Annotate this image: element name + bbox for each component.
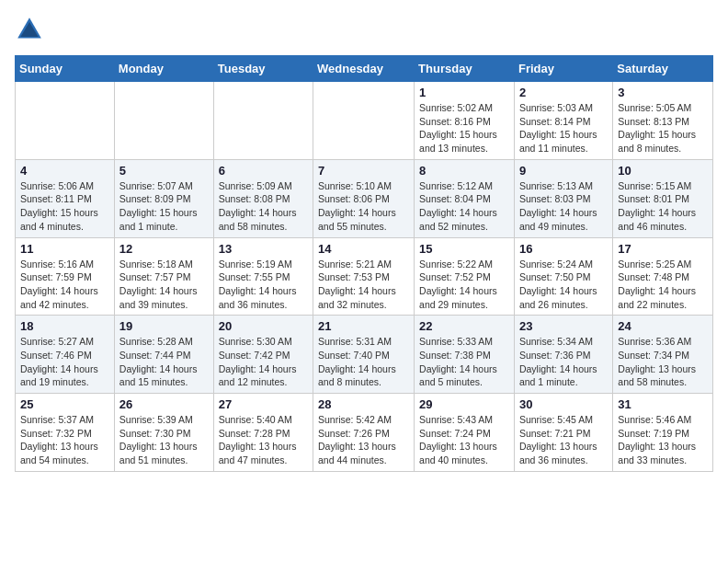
day-number: 15: [419, 242, 509, 256]
calendar-cell: 26Sunrise: 5:39 AM Sunset: 7:30 PM Dayli…: [114, 394, 213, 472]
calendar-cell: 29Sunrise: 5:43 AM Sunset: 7:24 PM Dayli…: [415, 394, 515, 472]
day-info: Sunrise: 5:19 AM Sunset: 7:55 PM Dayligh…: [219, 258, 308, 312]
calendar-cell: 28Sunrise: 5:42 AM Sunset: 7:26 PM Dayli…: [313, 394, 415, 472]
day-number: 17: [618, 242, 708, 256]
day-number: 25: [20, 397, 109, 411]
calendar-body: 1Sunrise: 5:02 AM Sunset: 8:16 PM Daylig…: [16, 82, 713, 472]
calendar-cell: 12Sunrise: 5:18 AM Sunset: 7:57 PM Dayli…: [114, 237, 213, 316]
day-number: 19: [119, 319, 209, 333]
day-number: 8: [419, 164, 509, 178]
weekday-header-row: SundayMondayTuesdayWednesdayThursdayFrid…: [16, 56, 713, 82]
day-number: 12: [119, 242, 209, 256]
calendar-week-row: 4Sunrise: 5:06 AM Sunset: 8:11 PM Daylig…: [16, 159, 713, 237]
day-number: 5: [119, 164, 209, 178]
weekday-header-cell: Saturday: [613, 56, 713, 82]
calendar-cell: 27Sunrise: 5:40 AM Sunset: 7:28 PM Dayli…: [213, 394, 313, 472]
calendar-cell: 19Sunrise: 5:28 AM Sunset: 7:44 PM Dayli…: [114, 316, 213, 394]
day-info: Sunrise: 5:45 AM Sunset: 7:21 PM Dayligh…: [519, 413, 608, 467]
day-number: 27: [219, 397, 308, 411]
day-info: Sunrise: 5:39 AM Sunset: 7:30 PM Dayligh…: [119, 413, 209, 467]
day-info: Sunrise: 5:24 AM Sunset: 7:50 PM Dayligh…: [519, 258, 608, 312]
calendar-cell: [114, 82, 213, 160]
day-info: Sunrise: 5:33 AM Sunset: 7:38 PM Dayligh…: [419, 335, 509, 389]
calendar-cell: 20Sunrise: 5:30 AM Sunset: 7:42 PM Dayli…: [213, 316, 313, 394]
day-info: Sunrise: 5:28 AM Sunset: 7:44 PM Dayligh…: [119, 335, 209, 389]
day-number: 11: [20, 242, 109, 256]
calendar-cell: 21Sunrise: 5:31 AM Sunset: 7:40 PM Dayli…: [313, 316, 415, 394]
calendar-cell: 25Sunrise: 5:37 AM Sunset: 7:32 PM Dayli…: [16, 394, 115, 472]
day-info: Sunrise: 5:37 AM Sunset: 7:32 PM Dayligh…: [20, 413, 109, 467]
calendar-cell: [313, 82, 415, 160]
day-info: Sunrise: 5:02 AM Sunset: 8:16 PM Dayligh…: [419, 101, 509, 155]
day-info: Sunrise: 5:40 AM Sunset: 7:28 PM Dayligh…: [219, 413, 308, 467]
day-number: 16: [519, 242, 608, 256]
day-info: Sunrise: 5:42 AM Sunset: 7:26 PM Dayligh…: [318, 413, 409, 467]
day-info: Sunrise: 5:06 AM Sunset: 8:11 PM Dayligh…: [20, 179, 109, 234]
calendar-cell: 3Sunrise: 5:05 AM Sunset: 8:13 PM Daylig…: [613, 82, 713, 160]
day-number: 6: [219, 164, 308, 178]
calendar-week-row: 1Sunrise: 5:02 AM Sunset: 8:16 PM Daylig…: [16, 82, 713, 160]
day-number: 31: [618, 397, 708, 411]
calendar-cell: 14Sunrise: 5:21 AM Sunset: 7:53 PM Dayli…: [313, 237, 415, 316]
calendar-cell: 22Sunrise: 5:33 AM Sunset: 7:38 PM Dayli…: [415, 316, 515, 394]
day-number: 4: [20, 164, 109, 178]
calendar-cell: 15Sunrise: 5:22 AM Sunset: 7:52 PM Dayli…: [415, 237, 515, 316]
day-info: Sunrise: 5:15 AM Sunset: 8:01 PM Dayligh…: [618, 179, 708, 234]
day-info: Sunrise: 5:09 AM Sunset: 8:08 PM Dayligh…: [219, 179, 308, 234]
calendar-cell: 10Sunrise: 5:15 AM Sunset: 8:01 PM Dayli…: [613, 159, 713, 237]
day-number: 14: [318, 242, 409, 256]
logo: [15, 15, 48, 44]
calendar-cell: 17Sunrise: 5:25 AM Sunset: 7:48 PM Dayli…: [613, 237, 713, 316]
day-number: 2: [519, 86, 608, 99]
day-info: Sunrise: 5:34 AM Sunset: 7:36 PM Dayligh…: [519, 335, 608, 389]
calendar-cell: 31Sunrise: 5:46 AM Sunset: 7:19 PM Dayli…: [613, 394, 713, 472]
day-number: 28: [318, 397, 409, 411]
weekday-header-cell: Friday: [514, 56, 612, 82]
day-number: 7: [318, 164, 409, 178]
logo-icon: [15, 15, 44, 44]
day-info: Sunrise: 5:43 AM Sunset: 7:24 PM Dayligh…: [419, 413, 509, 467]
calendar-cell: 16Sunrise: 5:24 AM Sunset: 7:50 PM Dayli…: [514, 237, 612, 316]
day-number: 1: [419, 86, 509, 99]
calendar-cell: 4Sunrise: 5:06 AM Sunset: 8:11 PM Daylig…: [16, 159, 115, 237]
day-number: 20: [219, 319, 308, 333]
day-info: Sunrise: 5:31 AM Sunset: 7:40 PM Dayligh…: [318, 335, 409, 389]
calendar-week-row: 25Sunrise: 5:37 AM Sunset: 7:32 PM Dayli…: [16, 394, 713, 472]
calendar-cell: [16, 82, 115, 160]
day-number: 13: [219, 242, 308, 256]
day-number: 30: [519, 397, 608, 411]
calendar-cell: 1Sunrise: 5:02 AM Sunset: 8:16 PM Daylig…: [415, 82, 515, 160]
calendar-cell: 5Sunrise: 5:07 AM Sunset: 8:09 PM Daylig…: [114, 159, 213, 237]
calendar-cell: 11Sunrise: 5:16 AM Sunset: 7:59 PM Dayli…: [16, 237, 115, 316]
weekday-header-cell: Tuesday: [213, 56, 313, 82]
day-number: 29: [419, 397, 509, 411]
day-number: 9: [519, 164, 608, 178]
calendar-cell: 2Sunrise: 5:03 AM Sunset: 8:14 PM Daylig…: [514, 82, 612, 160]
calendar-cell: 30Sunrise: 5:45 AM Sunset: 7:21 PM Dayli…: [514, 394, 612, 472]
day-info: Sunrise: 5:07 AM Sunset: 8:09 PM Dayligh…: [119, 179, 209, 234]
calendar-cell: 23Sunrise: 5:34 AM Sunset: 7:36 PM Dayli…: [514, 316, 612, 394]
weekday-header-cell: Thursday: [415, 56, 515, 82]
day-info: Sunrise: 5:36 AM Sunset: 7:34 PM Dayligh…: [618, 335, 708, 389]
day-info: Sunrise: 5:05 AM Sunset: 8:13 PM Dayligh…: [618, 101, 708, 155]
day-number: 10: [618, 164, 708, 178]
calendar-week-row: 11Sunrise: 5:16 AM Sunset: 7:59 PM Dayli…: [16, 237, 713, 316]
day-number: 26: [119, 397, 209, 411]
day-info: Sunrise: 5:18 AM Sunset: 7:57 PM Dayligh…: [119, 258, 209, 312]
day-number: 23: [519, 319, 608, 333]
day-number: 18: [20, 319, 109, 333]
calendar-cell: 7Sunrise: 5:10 AM Sunset: 8:06 PM Daylig…: [313, 159, 415, 237]
day-info: Sunrise: 5:10 AM Sunset: 8:06 PM Dayligh…: [318, 179, 409, 234]
day-info: Sunrise: 5:12 AM Sunset: 8:04 PM Dayligh…: [419, 179, 509, 234]
calendar-cell: [213, 82, 313, 160]
calendar-cell: 8Sunrise: 5:12 AM Sunset: 8:04 PM Daylig…: [415, 159, 515, 237]
day-info: Sunrise: 5:25 AM Sunset: 7:48 PM Dayligh…: [618, 258, 708, 312]
calendar-cell: 18Sunrise: 5:27 AM Sunset: 7:46 PM Dayli…: [16, 316, 115, 394]
day-info: Sunrise: 5:16 AM Sunset: 7:59 PM Dayligh…: [20, 258, 109, 312]
day-number: 22: [419, 319, 509, 333]
day-info: Sunrise: 5:03 AM Sunset: 8:14 PM Dayligh…: [519, 101, 608, 155]
calendar-cell: 13Sunrise: 5:19 AM Sunset: 7:55 PM Dayli…: [213, 237, 313, 316]
day-info: Sunrise: 5:22 AM Sunset: 7:52 PM Dayligh…: [419, 258, 509, 312]
day-number: 21: [318, 319, 409, 333]
day-number: 24: [618, 319, 708, 333]
